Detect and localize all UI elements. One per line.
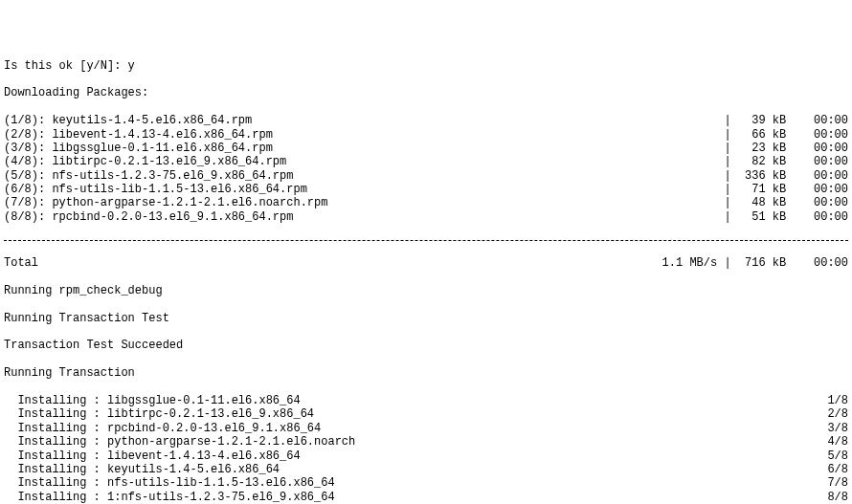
download-name: (8/8): rpcbind-0.2.0-13.el6_9.1.x86_64.r… — [4, 210, 293, 224]
step-index: 8/8 — [827, 491, 848, 504]
download-time: 00:00 — [786, 114, 848, 127]
transaction-step: Installing : libevent-1.4.13-4.el6.x86_6… — [4, 449, 848, 463]
step-index: 3/8 — [827, 422, 848, 435]
download-size: 23 kB — [738, 142, 786, 155]
step-package: libevent-1.4.13-4.el6.x86_64 — [107, 449, 301, 463]
transaction-run-line: Running Transaction — [4, 366, 848, 380]
download-row: (4/8): libtirpc-0.2.1-13.el6_9.x86_64.rp… — [4, 155, 848, 168]
transaction-succeed-line: Transaction Test Succeeded — [4, 339, 848, 352]
separator-dash — [4, 240, 848, 241]
step-action: Installing : — [4, 422, 107, 435]
step-index: 2/8 — [827, 407, 848, 421]
step-package: libtirpc-0.2.1-13.el6_9.x86_64 — [107, 407, 314, 421]
step-index: 4/8 — [827, 435, 848, 449]
download-time: 00:00 — [786, 169, 848, 183]
download-time: 00:00 — [786, 196, 848, 209]
total-size: 716 kB — [738, 256, 786, 270]
step-action: Installing : — [4, 491, 107, 504]
total-label: Total — [4, 256, 38, 270]
step-package: libgssglue-0.1-11.el6.x86_64 — [107, 394, 301, 407]
download-size: 66 kB — [738, 128, 786, 142]
transaction-test-line: Running Transaction Test — [4, 312, 848, 325]
download-row: (8/8): rpcbind-0.2.0-13.el6_9.1.x86_64.r… — [4, 210, 848, 224]
total-time: 00:00 — [786, 256, 848, 270]
download-name: (2/8): libevent-1.4.13-4.el6.x86_64.rpm — [4, 128, 273, 142]
transaction-step: Installing : python-argparse-1.2.1-2.1.e… — [4, 435, 848, 449]
step-package: keyutils-1.4-5.el6.x86_64 — [107, 463, 280, 476]
step-index: 6/8 — [827, 463, 848, 476]
download-row: (5/8): nfs-utils-1.2.3-75.el6_9.x86_64.r… — [4, 169, 848, 183]
download-row: (3/8): libgssglue-0.1-11.el6.x86_64.rpm|… — [4, 142, 848, 155]
download-time: 00:00 — [786, 128, 848, 142]
step-action: Installing : — [4, 449, 107, 463]
rpm-check-line: Running rpm_check_debug — [4, 284, 848, 297]
download-size: 82 kB — [738, 155, 786, 168]
download-size: 51 kB — [738, 210, 786, 224]
download-size: 48 kB — [738, 196, 786, 209]
step-index: 5/8 — [827, 449, 848, 463]
transaction-step: Installing : 1:nfs-utils-1.2.3-75.el6_9.… — [4, 491, 848, 504]
download-name: (4/8): libtirpc-0.2.1-13.el6_9.x86_64.rp… — [4, 155, 286, 168]
download-name: (3/8): libgssglue-0.1-11.el6.x86_64.rpm — [4, 142, 273, 155]
download-size: 71 kB — [738, 183, 786, 196]
transaction-step: Installing : keyutils-1.4-5.el6.x86_646/… — [4, 463, 848, 476]
download-name: (5/8): nfs-utils-1.2.3-75.el6_9.x86_64.r… — [4, 169, 293, 183]
download-row: (7/8): python-argparse-1.2.1-2.1.el6.noa… — [4, 196, 848, 209]
step-package: 1:nfs-utils-1.2.3-75.el6_9.x86_64 — [107, 491, 335, 504]
step-action: Installing : — [4, 435, 107, 449]
download-size: 39 kB — [738, 114, 786, 127]
download-row: (2/8): libevent-1.4.13-4.el6.x86_64.rpm|… — [4, 128, 848, 142]
download-time: 00:00 — [786, 183, 848, 196]
download-row: (1/8): keyutils-1.4-5.el6.x86_64.rpm|39 … — [4, 114, 848, 127]
step-package: rpcbind-0.2.0-13.el6_9.1.x86_64 — [107, 422, 321, 435]
step-action: Installing : — [4, 476, 107, 490]
transaction-step: Installing : nfs-utils-lib-1.1.5-13.el6.… — [4, 476, 848, 490]
step-action: Installing : — [4, 407, 107, 421]
step-package: nfs-utils-lib-1.1.5-13.el6.x86_64 — [107, 476, 335, 490]
step-package: python-argparse-1.2.1-2.1.el6.noarch — [107, 435, 355, 449]
transaction-step: Installing : rpcbind-0.2.0-13.el6_9.1.x8… — [4, 422, 848, 435]
transaction-step: Installing : libtirpc-0.2.1-13.el6_9.x86… — [4, 407, 848, 421]
prompt-line: Is this ok [y/N]: y — [4, 59, 848, 73]
download-row: (6/8): nfs-utils-lib-1.1.5-13.el6.x86_64… — [4, 183, 848, 196]
download-size: 336 kB — [738, 169, 786, 183]
step-action: Installing : — [4, 463, 107, 476]
download-time: 00:00 — [786, 142, 848, 155]
download-name: (7/8): python-argparse-1.2.1-2.1.el6.noa… — [4, 196, 327, 209]
total-speed: 1.1 MB/s — [662, 256, 718, 270]
download-time: 00:00 — [786, 155, 848, 168]
step-index: 1/8 — [827, 394, 848, 407]
total-line: Total 1.1 MB/s | 716 kB 00:00 — [4, 256, 848, 270]
step-index: 7/8 — [827, 476, 848, 490]
download-time: 00:00 — [786, 210, 848, 224]
step-action: Installing : — [4, 394, 107, 407]
terminal-output: Is this ok [y/N]: y Downloading Packages… — [4, 45, 848, 504]
downloading-header: Downloading Packages: — [4, 86, 848, 99]
download-name: (1/8): keyutils-1.4-5.el6.x86_64.rpm — [4, 114, 252, 127]
download-name: (6/8): nfs-utils-lib-1.1.5-13.el6.x86_64… — [4, 183, 307, 196]
transaction-step: Installing : libgssglue-0.1-11.el6.x86_6… — [4, 394, 848, 407]
